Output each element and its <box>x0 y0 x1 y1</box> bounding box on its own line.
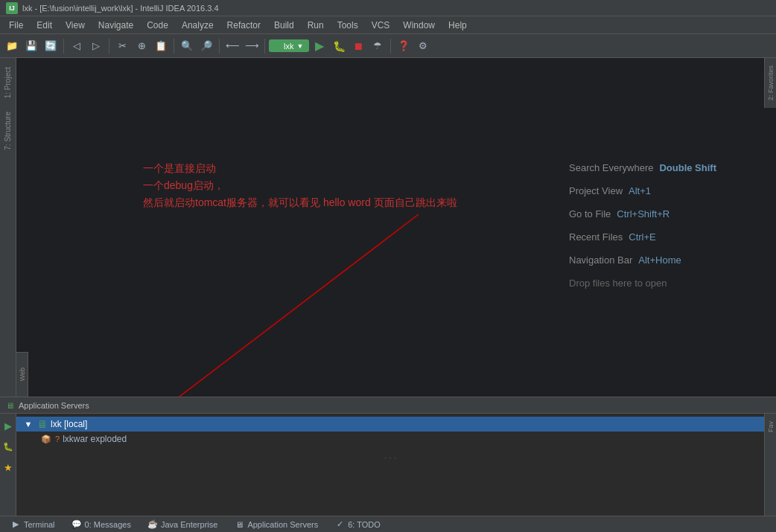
menu-item-refactor[interactable]: Refactor <box>221 19 267 32</box>
toolbar-back[interactable]: ◁ <box>68 37 86 55</box>
status-tab-4[interactable]: ✓6: TODO <box>327 518 388 531</box>
panel-left-buttons: ▶ 🐛 ★ <box>0 414 16 516</box>
toolbar-coverage-btn[interactable]: ☂ <box>369 37 387 55</box>
menu-item-file[interactable]: File <box>3 19 29 32</box>
shortcut-key-recent: Ctrl+E <box>629 231 655 243</box>
bottom-panel-header: 🖥 Application Servers <box>0 397 776 414</box>
status-bar: ▶Terminal💬0: Messages☕Java Enterprise🖥Ap… <box>0 516 776 532</box>
menu-item-vcs[interactable]: VCS <box>366 19 396 32</box>
menu-bar: FileEditViewNavigateCodeAnalyzeRefactorB… <box>0 16 776 34</box>
menu-item-navigate[interactable]: Navigate <box>92 19 139 32</box>
run-config-selector[interactable]: ▶ lxk ▼ <box>269 39 309 52</box>
menu-item-code[interactable]: Code <box>141 19 174 32</box>
toolbar-search[interactable]: 🔍 <box>178 37 196 55</box>
title-bar: IJ lxk - [E:\fusion\intellij_work\lxk] -… <box>0 0 776 16</box>
annotation-line-1: 一个是直接启动 <box>143 162 216 176</box>
sidebar-tab-project[interactable]: 1: Project <box>1 61 14 104</box>
panel-star-btn[interactable]: ★ <box>0 458 17 476</box>
toolbar-sync[interactable]: 🔄 <box>42 37 60 55</box>
sidebar-tab-structure[interactable]: 7: Structure <box>1 106 14 156</box>
favorites-sidebar: 2: Favorites <box>764 58 776 108</box>
tab-label-4: 6: TODO <box>348 520 381 529</box>
tab-label-1: 0: Messages <box>85 520 131 529</box>
bottom-panel-content: ▶ 🐛 ★ ▼ 🖥 lxk [local] 📦 ? lxkwar explode… <box>0 414 776 516</box>
favorites-label[interactable]: 2: Favorites <box>766 61 776 105</box>
menu-item-window[interactable]: Window <box>397 19 441 32</box>
toolbar: 📁 💾 🔄 ◁ ▷ ✂ ⊕ 📋 🔍 🔎 ⟵ ⟶ ▶ lxk ▼ ▶ 🐛 ⏹ ☂ … <box>0 34 776 58</box>
menu-item-run[interactable]: Run <box>302 19 330 32</box>
toolbar-sep-5 <box>264 39 265 54</box>
shortcut-row-project: Project View Alt+1 <box>569 185 716 196</box>
tab-icon-2: ☕ <box>147 519 158 530</box>
status-tab-3[interactable]: 🖥Application Servers <box>226 518 325 531</box>
web-sidebar: Web <box>16 352 28 397</box>
status-tab-1[interactable]: 💬0: Messages <box>64 518 139 531</box>
tab-icon-4: ✓ <box>334 519 345 530</box>
toolbar-open[interactable]: 📁 <box>3 37 21 55</box>
toolbar-help[interactable]: ❓ <box>395 37 413 55</box>
panel-right-tab-favorites[interactable]: Fav <box>766 417 776 437</box>
menu-item-edit[interactable]: Edit <box>31 19 58 32</box>
shortcut-label-gotofile: Go to File <box>569 208 611 219</box>
tree-item-war-exploded[interactable]: 📦 ? lxkwar exploded <box>16 432 764 446</box>
bottom-panel-title: Application Servers <box>19 401 89 410</box>
status-tab-2[interactable]: ☕Java Enterprise <box>140 518 225 531</box>
toolbar-debug-btn[interactable]: 🐛 <box>330 37 348 55</box>
toolbar-nav-fwd[interactable]: ⟶ <box>243 37 261 55</box>
toolbar-cut[interactable]: ✂ <box>113 37 131 55</box>
shortcut-key-project: Alt+1 <box>629 185 651 196</box>
panel-debug-btn[interactable]: 🐛 <box>0 438 17 455</box>
shortcut-key-search: Double Shift <box>659 162 716 173</box>
menu-item-build[interactable]: Build <box>268 19 300 32</box>
shortcut-key-navbar: Alt+Home <box>638 254 681 266</box>
drop-files-hint: Drop files here to open <box>569 278 667 289</box>
shortcut-label-project: Project View <box>569 185 623 196</box>
app-icon: IJ <box>6 2 18 14</box>
tree-item-label-war: lxkwar exploded <box>63 434 127 444</box>
shortcut-row-gotofile: Go to File Ctrl+Shift+R <box>569 208 716 219</box>
toolbar-copy[interactable]: ⊕ <box>133 37 150 55</box>
toolbar-nav-back[interactable]: ⟵ <box>223 37 241 55</box>
menu-item-help[interactable]: Help <box>442 19 473 32</box>
tree-expand-icon: ▼ <box>22 418 34 430</box>
shortcut-label-navbar: Navigation Bar <box>569 254 632 266</box>
toolbar-sep-2 <box>109 39 109 54</box>
toolbar-settings[interactable]: ⚙ <box>414 37 432 55</box>
shortcut-row-recent: Recent Files Ctrl+E <box>569 231 716 243</box>
toolbar-sep-4 <box>219 39 220 54</box>
run-config-dropdown[interactable]: ▼ <box>296 42 303 50</box>
panel-tree: ▼ 🖥 lxk [local] 📦 ? lxkwar exploded · · … <box>16 414 764 516</box>
shortcut-label-recent: Recent Files <box>569 231 623 243</box>
toolbar-run-btn[interactable]: ▶ <box>311 37 328 55</box>
toolbar-sep-3 <box>174 39 174 54</box>
shortcut-label-search: Search Everywhere <box>569 162 653 173</box>
web-label[interactable]: Web <box>19 368 26 381</box>
toolbar-paste[interactable]: 📋 <box>152 37 170 55</box>
bottom-panel: 🖥 Application Servers ▶ 🐛 ★ ▼ 🖥 lxk [loc… <box>0 397 776 516</box>
shortcut-panel: Search Everywhere Double Shift Project V… <box>569 162 716 289</box>
menu-item-view[interactable]: View <box>60 19 91 32</box>
server-icon: 🖥 <box>37 418 48 430</box>
menu-item-analyze[interactable]: Analyze <box>176 19 220 32</box>
tree-item-label-lxk: lxk [local] <box>51 419 87 429</box>
shortcut-row-search: Search Everywhere Double Shift <box>569 162 716 173</box>
menu-item-tools[interactable]: Tools <box>331 19 364 32</box>
toolbar-sep-6 <box>390 39 391 54</box>
tab-label-0: Terminal <box>24 520 55 529</box>
panel-right-tabs: Fav <box>764 414 776 516</box>
annotation-line-2: 一个debug启动， <box>143 179 224 193</box>
tab-icon-1: 💬 <box>71 519 82 530</box>
run-config-name: lxk <box>284 42 293 51</box>
tree-item-lxk-local[interactable]: ▼ 🖥 lxk [local] <box>16 417 764 432</box>
toolbar-forward[interactable]: ▷ <box>87 37 105 55</box>
toolbar-stop-btn[interactable]: ⏹ <box>349 37 367 55</box>
tab-icon-0: ▶ <box>10 519 21 530</box>
toolbar-replace[interactable]: 🔎 <box>197 37 215 55</box>
tab-icon-3: 🖥 <box>234 519 244 530</box>
toolbar-save[interactable]: 💾 <box>22 37 40 55</box>
status-tab-0[interactable]: ▶Terminal <box>3 518 63 531</box>
annotation-line-3: 然后就启动tomcat服务器，就可以看见 hello word 页面自己跳出来啦 <box>143 196 457 210</box>
shortcut-key-gotofile: Ctrl+Shift+R <box>617 208 670 219</box>
panel-dots: · · · <box>16 446 764 469</box>
panel-run-btn[interactable]: ▶ <box>0 417 17 435</box>
